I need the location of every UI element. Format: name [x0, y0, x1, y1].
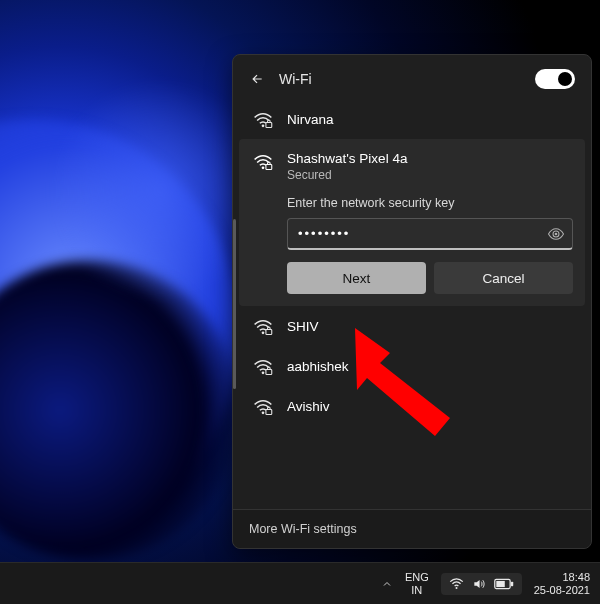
lang-secondary: IN	[405, 584, 429, 597]
wifi-panel: Wi-Fi Nirvana Shashwat's Pixel 4a Secure…	[232, 54, 592, 549]
wifi-secured-icon	[253, 398, 273, 416]
arrow-left-icon	[250, 72, 264, 86]
show-password-button[interactable]	[547, 225, 565, 243]
svg-rect-10	[266, 410, 272, 415]
network-item-nirvana[interactable]: Nirvana	[233, 99, 591, 139]
wifi-secured-icon	[253, 111, 273, 129]
security-key-input[interactable]	[287, 218, 573, 250]
cancel-button[interactable]: Cancel	[434, 262, 573, 294]
svg-point-7	[262, 372, 265, 375]
eye-icon	[547, 225, 565, 243]
network-name: Shashwat's Pixel 4a	[287, 151, 573, 166]
network-name: SHIV	[287, 319, 319, 334]
network-item-shiv[interactable]: SHIV	[233, 306, 591, 346]
taskbar: ENG IN 18:48 25-08-2021	[0, 562, 600, 604]
svg-rect-8	[266, 370, 272, 375]
network-list: Nirvana Shashwat's Pixel 4a Secured Ente…	[233, 99, 591, 509]
svg-point-0	[262, 125, 265, 128]
network-name: Avishiv	[287, 399, 330, 414]
wifi-secured-icon	[253, 358, 273, 376]
svg-point-2	[262, 167, 265, 170]
network-name: aabhishek	[287, 359, 349, 374]
svg-point-9	[262, 412, 265, 415]
network-item-selected[interactable]: Shashwat's Pixel 4a Secured Enter the ne…	[239, 139, 585, 306]
network-status: Secured	[287, 168, 573, 182]
svg-point-4	[555, 233, 558, 236]
network-item-avishiv[interactable]: Avishiv	[233, 386, 591, 426]
security-key-prompt: Enter the network security key	[287, 196, 573, 210]
wifi-icon	[449, 577, 464, 590]
date: 25-08-2021	[534, 584, 590, 597]
scrollbar[interactable]	[233, 219, 236, 389]
panel-header: Wi-Fi	[233, 55, 591, 99]
svg-rect-1	[266, 123, 272, 128]
time: 18:48	[534, 571, 590, 584]
more-settings-label: More Wi-Fi settings	[249, 522, 357, 536]
network-name: Nirvana	[287, 112, 334, 127]
svg-point-12	[455, 587, 457, 589]
lang-primary: ENG	[405, 571, 429, 584]
panel-title: Wi-Fi	[279, 71, 312, 87]
more-wifi-settings[interactable]: More Wi-Fi settings	[233, 509, 591, 548]
svg-rect-15	[496, 580, 504, 586]
svg-rect-14	[511, 581, 513, 586]
wifi-toggle[interactable]	[535, 69, 575, 89]
battery-icon	[494, 578, 514, 590]
language-indicator[interactable]: ENG IN	[405, 571, 429, 597]
clock[interactable]: 18:48 25-08-2021	[534, 571, 590, 597]
svg-point-5	[262, 332, 265, 335]
chevron-up-icon	[381, 578, 393, 590]
volume-icon	[472, 577, 486, 591]
svg-rect-3	[266, 165, 272, 170]
svg-rect-6	[266, 330, 272, 335]
wifi-secured-icon	[253, 318, 273, 336]
tray-overflow-button[interactable]	[381, 578, 393, 590]
network-item-aabhishek[interactable]: aabhishek	[233, 346, 591, 386]
wifi-secured-icon	[253, 153, 273, 171]
system-tray[interactable]	[441, 573, 522, 595]
back-button[interactable]	[249, 71, 265, 87]
next-button[interactable]: Next	[287, 262, 426, 294]
